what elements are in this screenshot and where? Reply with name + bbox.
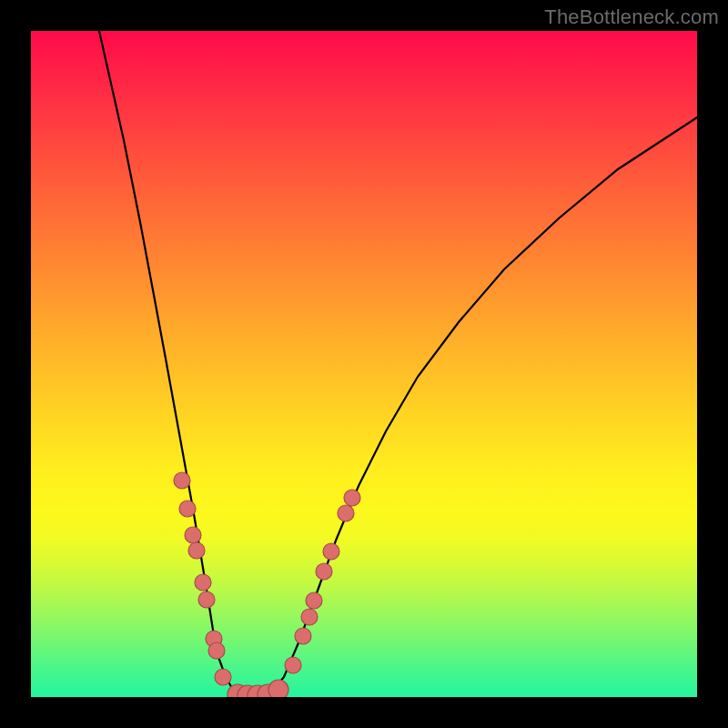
data-marker (185, 527, 201, 543)
chart-frame (31, 31, 697, 697)
data-marker (174, 472, 190, 489)
data-marker (179, 500, 196, 517)
data-marker (188, 542, 205, 559)
data-marker (295, 628, 311, 644)
chart-svg (31, 31, 697, 697)
watermark-text: TheBottleneck.com (544, 5, 719, 29)
data-marker (268, 680, 288, 697)
data-marker (195, 574, 211, 591)
data-marker (215, 669, 231, 685)
data-marker (323, 543, 339, 560)
data-marker (198, 592, 215, 608)
marker-group (174, 472, 360, 697)
curve-right (269, 117, 697, 695)
data-marker (208, 642, 225, 659)
data-marker (306, 592, 322, 609)
data-marker (301, 609, 318, 625)
data-marker (338, 505, 354, 521)
data-marker (285, 657, 301, 673)
curve-left (99, 31, 240, 695)
data-marker (344, 490, 360, 506)
data-marker (316, 563, 332, 580)
